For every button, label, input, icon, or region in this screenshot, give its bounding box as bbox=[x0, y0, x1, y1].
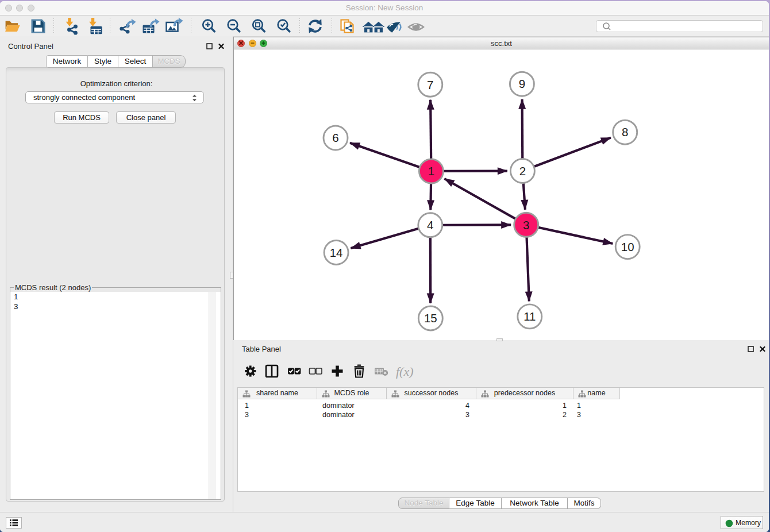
svg-text:f(x): f(x) bbox=[396, 364, 414, 379]
svg-text:2: 2 bbox=[519, 164, 526, 178]
svg-text:8: 8 bbox=[622, 125, 628, 138]
svg-text:6: 6 bbox=[332, 131, 338, 144]
svg-text:11: 11 bbox=[523, 310, 536, 323]
svg-text:9: 9 bbox=[519, 77, 525, 90]
svg-text:15: 15 bbox=[424, 311, 437, 325]
svg-text:4: 4 bbox=[427, 218, 433, 232]
svg-text:7: 7 bbox=[427, 78, 433, 91]
svg-text:1: 1 bbox=[428, 164, 434, 178]
svg-text:3: 3 bbox=[523, 218, 529, 232]
svg-text:10: 10 bbox=[621, 240, 634, 253]
svg-text:14: 14 bbox=[330, 246, 343, 259]
